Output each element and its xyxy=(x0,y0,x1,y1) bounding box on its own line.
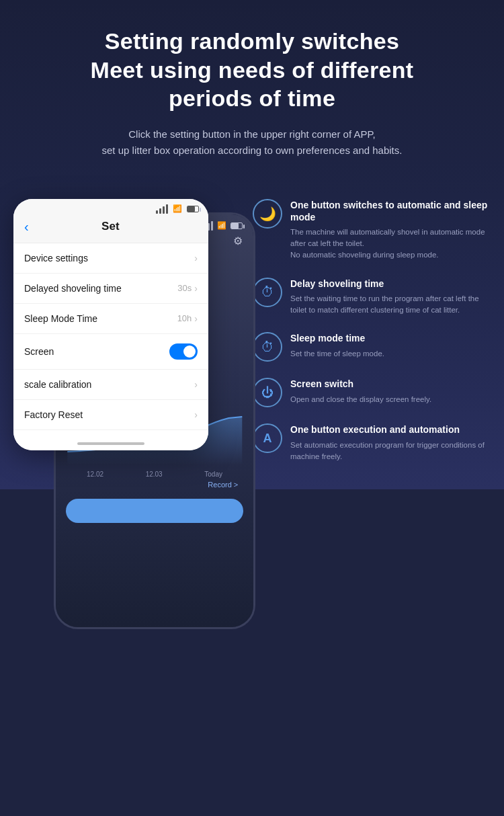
chevron-right-icon-3: › xyxy=(194,313,198,324)
feature-item-sleep-time: ⏱ Sleep mode time Set the time of sleep … xyxy=(253,332,491,362)
feature-title-sleep-time: Sleep mode time xyxy=(290,332,491,344)
chart-label-3: Today xyxy=(204,471,222,478)
settings-label-screen: Screen xyxy=(24,346,54,357)
feature-text-sleep-mode: One button switches to automatic and sle… xyxy=(290,199,491,261)
settings-label-reset: Factory Reset xyxy=(24,409,83,420)
phone-status-bar: 📶 xyxy=(13,199,208,216)
feature-title-delay: Delay shoveling time xyxy=(290,278,491,290)
settings-right-scale: › xyxy=(194,379,198,390)
settings-item-sleep[interactable]: Sleep Mode Time 10h › xyxy=(13,304,208,334)
settings-label-scale: scale calibration xyxy=(24,379,91,390)
settings-right-delay: 30s › xyxy=(177,283,198,294)
settings-header: ‹ Set xyxy=(13,216,208,243)
feature-desc-automation: Set automatic execution program for trig… xyxy=(290,440,491,463)
chevron-right-icon-2: › xyxy=(194,283,198,294)
delay-icon: ⏱ xyxy=(253,278,282,307)
delay-value: 30s xyxy=(177,283,192,293)
phone-bottom-bar xyxy=(13,430,208,450)
main-title: Setting randomly switchesMeet using need… xyxy=(40,27,464,113)
feature-title-sleep-mode: One button switches to automatic and sle… xyxy=(290,199,491,223)
feature-item-delay: ⏱ Delay shoveling time Set the waiting t… xyxy=(253,278,491,317)
settings-right-reset: › xyxy=(194,409,198,420)
feature-item-sleep-mode: 🌙 One button switches to automatic and s… xyxy=(253,199,491,261)
chevron-right-icon-5: › xyxy=(194,409,198,420)
settings-right-screen xyxy=(169,343,198,360)
sleep-time-icon: ⏱ xyxy=(253,332,282,362)
header-section: Setting randomly switchesMeet using need… xyxy=(0,27,504,179)
features-column: 🌙 One button switches to automatic and s… xyxy=(242,192,491,463)
sleep-value: 10h xyxy=(177,313,192,323)
phone-front: 📶 ‹ Set Device settings › xyxy=(13,199,208,450)
feature-item-automation: A One button execution and automation Se… xyxy=(253,423,491,462)
feature-title-screen: Screen switch xyxy=(290,378,491,390)
settings-title: Set xyxy=(37,220,184,233)
settings-right-device: › xyxy=(194,253,198,263)
screen-toggle[interactable] xyxy=(169,343,198,360)
feature-title-automation: One button execution and automation xyxy=(290,423,491,436)
settings-item-delay[interactable]: Delayed shoveling time 30s › xyxy=(13,274,208,304)
settings-label-delay: Delayed shoveling time xyxy=(24,283,122,294)
feature-item-screen: ⏻ Screen switch Open and close the displ… xyxy=(253,378,491,407)
sleep-mode-icon: 🌙 xyxy=(253,199,282,229)
screen-icon: ⏻ xyxy=(253,378,282,407)
settings-item-reset[interactable]: Factory Reset › xyxy=(13,400,208,430)
settings-label-device: Device settings xyxy=(24,253,88,263)
feature-text-automation: One button execution and automation Set … xyxy=(290,423,491,462)
phone-area: 📶 ‹ Petree ⚙ Sleep Mode xyxy=(13,192,242,450)
feature-text-delay: Delay shoveling time Set the waiting tim… xyxy=(290,278,491,317)
chevron-right-icon-4: › xyxy=(194,379,198,390)
feature-text-sleep-time: Sleep mode time Set the time of sleep mo… xyxy=(290,332,491,359)
automation-icon: A xyxy=(253,423,282,453)
feature-desc-screen: Open and close the display screen freely… xyxy=(290,394,491,405)
feature-desc-sleep-time: Set the time of sleep mode. xyxy=(290,348,491,360)
settings-list: Device settings › Delayed shoveling time… xyxy=(13,243,208,430)
back-button[interactable]: ‹ xyxy=(24,219,29,235)
feature-desc-sleep-mode: The machine will automatically shovel in… xyxy=(290,227,491,261)
settings-label-sleep: Sleep Mode Time xyxy=(24,313,97,324)
signal-bars xyxy=(156,204,168,214)
record-link[interactable]: Record > xyxy=(208,481,238,489)
feature-desc-delay: Set the waiting time to run the program … xyxy=(290,293,491,317)
home-indicator xyxy=(77,442,144,445)
sub-description: Click the setting button in the upper ri… xyxy=(40,126,464,159)
settings-item-screen[interactable]: Screen xyxy=(13,334,208,370)
chevron-right-icon: › xyxy=(194,253,198,263)
content-area: 📶 ‹ Petree ⚙ Sleep Mode xyxy=(0,179,504,463)
chart-label-1: 12.02 xyxy=(87,471,103,478)
feature-text-screen: Screen switch Open and close the display… xyxy=(290,378,491,405)
settings-item-scale[interactable]: scale calibration › xyxy=(13,370,208,400)
settings-item-device[interactable]: Device settings › xyxy=(13,243,208,274)
page-wrapper: Setting randomly switchesMeet using need… xyxy=(0,0,504,489)
chart-label-2: 12.03 xyxy=(146,471,163,478)
settings-right-sleep: 10h › xyxy=(177,313,198,324)
gear-icon: ⚙ xyxy=(233,235,243,247)
